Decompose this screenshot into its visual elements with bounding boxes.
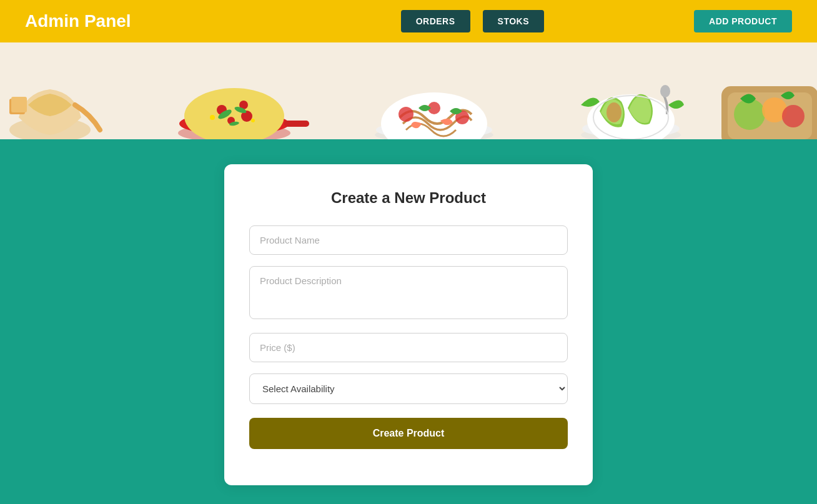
orders-button[interactable]: ORDERS bbox=[401, 10, 470, 32]
svg-point-33 bbox=[782, 105, 805, 127]
banner-illustration bbox=[0, 42, 817, 139]
svg-point-15 bbox=[251, 119, 255, 122]
product-name-input[interactable] bbox=[249, 225, 568, 255]
price-group bbox=[249, 333, 568, 362]
svg-point-26 bbox=[607, 102, 621, 122]
svg-rect-3 bbox=[11, 97, 27, 112]
svg-point-31 bbox=[734, 99, 765, 130]
svg-rect-16 bbox=[284, 121, 309, 127]
product-name-group bbox=[249, 225, 568, 255]
app-title: Admin Panel bbox=[25, 11, 131, 31]
svg-point-14 bbox=[210, 115, 215, 120]
create-product-form-card: Create a New Product Select Availability… bbox=[224, 164, 593, 485]
create-product-button[interactable]: Create Product bbox=[249, 418, 568, 449]
availability-select[interactable]: Select Availability Available Not Availa… bbox=[249, 373, 568, 404]
header: Admin Panel ORDERS STOKS ADD PRODUCT bbox=[0, 0, 817, 42]
add-product-button[interactable]: ADD PRODUCT bbox=[694, 10, 792, 32]
svg-point-27 bbox=[660, 85, 670, 97]
header-nav: ORDERS STOKS ADD PRODUCT bbox=[401, 10, 792, 32]
availability-group: Select Availability Available Not Availa… bbox=[249, 373, 568, 404]
submit-group: Create Product bbox=[249, 415, 568, 449]
svg-point-20 bbox=[399, 107, 413, 122]
product-description-input[interactable] bbox=[249, 266, 568, 319]
price-input[interactable] bbox=[249, 333, 568, 362]
main-content: Create a New Product Select Availability… bbox=[0, 139, 817, 504]
stoks-button[interactable]: STOKS bbox=[483, 10, 544, 32]
form-title: Create a New Product bbox=[249, 189, 568, 207]
banner-section bbox=[0, 42, 817, 139]
product-description-group bbox=[249, 266, 568, 322]
